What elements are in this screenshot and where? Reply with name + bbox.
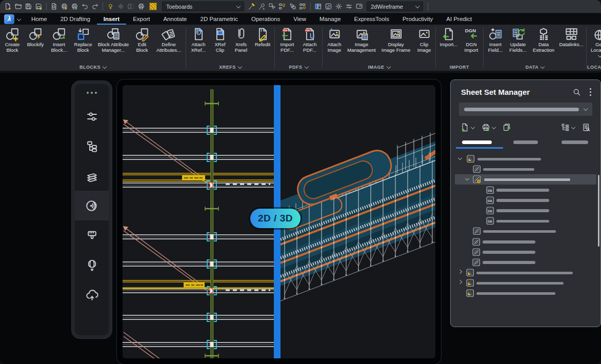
panel-menu-icon[interactable] xyxy=(589,87,592,97)
expander-down-icon[interactable] xyxy=(465,176,469,180)
tree-row[interactable] xyxy=(453,257,600,268)
replace-button[interactable]: Replace Block xyxy=(71,26,95,53)
tab-manage[interactable]: Manage xyxy=(313,13,348,25)
ssm-details-button[interactable] xyxy=(582,123,591,132)
tab-expresstools[interactable]: ExpressTools xyxy=(348,13,396,25)
clip-button[interactable]: Clip Image xyxy=(414,26,434,53)
ssm-tab-3[interactable] xyxy=(562,140,588,144)
ribbon-group-label[interactable]: DATA xyxy=(484,63,586,71)
define-button[interactable]: Define Attributes... xyxy=(153,26,185,53)
quick-select-button[interactable] xyxy=(288,2,297,12)
tree-row[interactable] xyxy=(453,164,600,174)
tab-insert[interactable]: Insert xyxy=(97,13,126,25)
ssm-publish-button[interactable] xyxy=(481,123,495,132)
tree-row[interactable]: DB xyxy=(453,206,600,216)
tree-row[interactable] xyxy=(453,278,600,288)
save-button[interactable] xyxy=(24,2,33,12)
refedit-button[interactable]: Refedit xyxy=(252,26,273,48)
import--button[interactable]: Import... xyxy=(437,26,460,48)
update-button[interactable]: Update Fields... xyxy=(506,26,530,53)
tree-row[interactable] xyxy=(453,247,600,257)
layer-fade-button[interactable] xyxy=(126,2,136,12)
pal-filters-button[interactable] xyxy=(75,102,109,131)
ssm-tab-1[interactable] xyxy=(462,140,492,144)
app-logo-button[interactable]: λ xyxy=(4,14,14,24)
layer-dropdown[interactable]: Toeboards xyxy=(162,2,244,11)
edit-button[interactable]: Edit Block xyxy=(131,26,153,53)
image-button[interactable]: Image Management xyxy=(345,26,378,53)
xrefs-button[interactable]: Xrefs Panel xyxy=(230,26,252,53)
etransmit-button[interactable] xyxy=(59,2,69,12)
publish-button[interactable] xyxy=(70,2,79,12)
tree-row[interactable]: DB xyxy=(453,195,600,206)
pal-paint-button[interactable] xyxy=(75,220,109,250)
copy-properties-button[interactable] xyxy=(257,2,267,12)
pal-radar-button[interactable] xyxy=(75,191,109,220)
attach-button[interactable]: Attach Image xyxy=(324,26,345,53)
hide-objects-button[interactable] xyxy=(298,2,308,12)
pal-structure-button[interactable] xyxy=(75,131,109,161)
display-button[interactable]: Display Image Frame xyxy=(378,26,414,53)
match-properties-button[interactable] xyxy=(247,2,256,12)
settings-gear-button[interactable] xyxy=(334,2,344,12)
visual-style-dropdown[interactable]: 2dWireframe xyxy=(367,2,423,11)
viewport-display-button[interactable] xyxy=(354,2,364,12)
save-as-button[interactable] xyxy=(34,2,44,12)
layer-plot-button[interactable] xyxy=(136,2,146,12)
ribbon-group-label[interactable]: XREFS xyxy=(187,63,274,71)
layer-on-bulb-button[interactable] xyxy=(106,2,115,12)
insert-button[interactable]: Insert Field... xyxy=(485,26,506,53)
ribbon-group-label[interactable]: BLOCKS xyxy=(1,63,185,71)
tree-row[interactable] xyxy=(453,154,600,164)
geo-button[interactable]: Geo Location xyxy=(588,26,601,57)
ribbon-group-label[interactable]: PDFS xyxy=(275,63,322,71)
adjust-sliders-button[interactable] xyxy=(344,2,354,12)
search-icon[interactable] xyxy=(572,87,582,97)
tree-row[interactable] xyxy=(453,288,600,298)
tree-row[interactable]: DB xyxy=(453,216,600,226)
ssm-new-sheet-button[interactable] xyxy=(460,123,474,132)
expander-down-icon[interactable] xyxy=(458,156,462,160)
tab-view[interactable]: View xyxy=(287,13,313,25)
tab-home[interactable]: Home xyxy=(25,13,54,25)
drafting-settings-button[interactable] xyxy=(324,2,333,12)
tab-2d-parametric[interactable]: 2D Parametric xyxy=(193,13,245,25)
plot-preview-button[interactable] xyxy=(49,2,59,12)
attach-button[interactable]: PDFAttach PDF... xyxy=(298,26,321,53)
undo-button[interactable] xyxy=(80,2,90,12)
panels-button[interactable] xyxy=(313,2,323,12)
new-file-button[interactable] xyxy=(3,2,13,12)
expander-right-icon[interactable] xyxy=(458,270,462,274)
sheet-set-select[interactable] xyxy=(459,103,592,116)
xref-button[interactable]: XRef Clip xyxy=(210,26,230,53)
tab-annotate[interactable]: Annotate xyxy=(156,13,193,25)
tree-row[interactable] xyxy=(453,226,600,236)
tab-ai-predict[interactable]: AI Predict xyxy=(439,13,478,25)
redo-button[interactable] xyxy=(90,2,100,12)
tree-row[interactable] xyxy=(453,237,600,247)
select-similar-button[interactable] xyxy=(267,2,277,12)
scrollbar[interactable] xyxy=(598,175,599,247)
attach-button[interactable]: Attach XRef... xyxy=(187,26,210,53)
tree-row[interactable]: DB xyxy=(453,185,600,195)
import-button[interactable]: PDFImport PDF... xyxy=(276,26,298,53)
isolate-objects-button[interactable] xyxy=(277,2,287,12)
insert-button[interactable]: Insert Block... xyxy=(47,26,71,53)
palette-drag-handle[interactable] xyxy=(75,84,109,102)
tree-row[interactable] xyxy=(453,174,600,185)
create-button[interactable]: Create Block xyxy=(1,26,24,53)
dgn-button[interactable]: DGNDGN Import xyxy=(460,26,482,53)
pal-layers-button[interactable] xyxy=(75,161,109,191)
tab-operations[interactable]: Operations xyxy=(245,13,287,25)
pal-cloud-button[interactable] xyxy=(75,280,109,310)
tree-row[interactable] xyxy=(453,268,600,278)
ssm-view-options-button[interactable] xyxy=(560,123,575,132)
expander-right-icon[interactable] xyxy=(458,280,462,284)
open-file-button[interactable] xyxy=(13,2,23,12)
tab-2d-drafting[interactable]: 2D Drafting xyxy=(54,13,97,25)
3d-view[interactable] xyxy=(281,85,435,358)
layer-freeze-button[interactable] xyxy=(116,2,126,12)
blockify-button[interactable]: Blockify xyxy=(24,26,47,48)
app-menu-chevron-icon[interactable] xyxy=(17,17,21,21)
data-button[interactable]: Data Extraction xyxy=(530,26,557,53)
